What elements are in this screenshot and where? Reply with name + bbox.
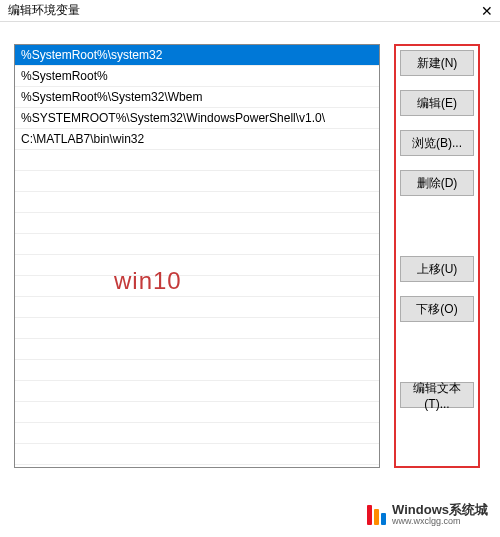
list-item[interactable] xyxy=(15,297,379,318)
list-item[interactable]: %SystemRoot%\system32 xyxy=(15,45,379,66)
list-item[interactable]: %SYSTEMROOT%\System32\WindowsPowerShell\… xyxy=(15,108,379,129)
list-item[interactable] xyxy=(15,276,379,297)
list-item[interactable] xyxy=(15,360,379,381)
dialog-title: 编辑环境变量 xyxy=(8,2,80,19)
edit-text-button[interactable]: 编辑文本(T)... xyxy=(400,382,474,408)
footer-text: Windows系统城 www.wxclgg.com xyxy=(392,503,488,527)
list-item[interactable] xyxy=(15,423,379,444)
list-item[interactable]: %SystemRoot% xyxy=(15,66,379,87)
list-item[interactable] xyxy=(15,381,379,402)
move-up-button[interactable]: 上移(U) xyxy=(400,256,474,282)
delete-button[interactable]: 删除(D) xyxy=(400,170,474,196)
list-item[interactable] xyxy=(15,150,379,171)
windows-logo-icon xyxy=(367,505,386,525)
title-bar: 编辑环境变量 ✕ xyxy=(0,0,500,22)
move-down-button[interactable]: 下移(O) xyxy=(400,296,474,322)
watermark-center: win10 xyxy=(114,267,182,295)
path-list[interactable]: %SystemRoot%\system32 %SystemRoot% %Syst… xyxy=(14,44,380,468)
list-item[interactable] xyxy=(15,213,379,234)
list-item[interactable]: C:\MATLAB7\bin\win32 xyxy=(15,129,379,150)
list-item[interactable] xyxy=(15,171,379,192)
footer-watermark: Windows系统城 www.wxclgg.com xyxy=(0,503,500,527)
list-item[interactable] xyxy=(15,402,379,423)
edit-button[interactable]: 编辑(E) xyxy=(400,90,474,116)
list-item[interactable] xyxy=(15,339,379,360)
list-item[interactable] xyxy=(15,192,379,213)
footer-line2: www.wxclgg.com xyxy=(392,517,488,527)
list-item[interactable] xyxy=(15,234,379,255)
footer-line1: Windows系统城 xyxy=(392,503,488,517)
button-column: 新建(N) 编辑(E) 浏览(B)... 删除(D) 上移(U) 下移(O) 编… xyxy=(394,44,480,468)
browse-button[interactable]: 浏览(B)... xyxy=(400,130,474,156)
list-item[interactable] xyxy=(15,444,379,465)
new-button[interactable]: 新建(N) xyxy=(400,50,474,76)
close-icon[interactable]: ✕ xyxy=(478,2,496,20)
list-item[interactable] xyxy=(15,318,379,339)
content-area: %SystemRoot%\system32 %SystemRoot% %Syst… xyxy=(0,22,500,482)
list-item[interactable] xyxy=(15,255,379,276)
list-item[interactable]: %SystemRoot%\System32\Wbem xyxy=(15,87,379,108)
